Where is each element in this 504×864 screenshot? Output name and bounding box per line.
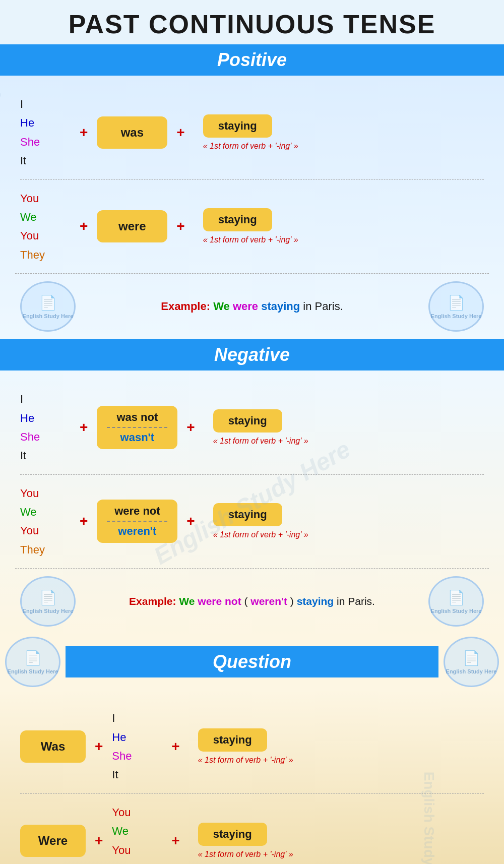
neg-plus-2: + (186, 419, 195, 436)
neg-ex-paren-open: ( (244, 595, 250, 607)
positive-row1: I He She It + was + staying « 1st form o… (15, 86, 489, 179)
positive-row2-right: staying « 1st form of verb + '-ing' » (203, 208, 484, 244)
neg-ex-we: We (179, 595, 198, 607)
positive-section: English Study Here English Study Here I … (0, 76, 504, 339)
negative-row2: You We You They + were not weren't + sta… (15, 475, 489, 569)
pronouns-you-we-they: You We You They (20, 189, 71, 265)
neg-ex-end: in Paris. (337, 595, 375, 607)
plus-sign-1: + (80, 125, 88, 141)
badge-right-positive: 📄 English Study Here (428, 281, 484, 332)
question-header-row: 📄 English Study Here Question 📄 English … (0, 634, 504, 690)
plus-sign-3: + (80, 218, 88, 234)
q-plus-4: + (171, 833, 179, 849)
negative-row2-right: staying « 1st form of verb + '-ing' » (213, 503, 484, 539)
page-title: PAST CONTINUOUS TENSE (0, 0, 504, 44)
neg-plus-3: + (80, 513, 88, 529)
were-box: were (97, 210, 167, 242)
negative-row1-right: staying « 1st form of verb + '-ing' » (213, 409, 484, 446)
negative-header: Negative (0, 339, 504, 371)
question-section: English Study Here Was + I He She It + s… (0, 690, 504, 864)
staying-box-1: staying (203, 114, 272, 138)
neg-ex-staying: staying (297, 595, 337, 607)
neg-staying-1: staying (213, 409, 282, 433)
neg-note-2: « 1st form of verb + '-ing' » (213, 530, 308, 539)
negative-row1: I He She It + was not wasn't + staying «… (15, 381, 489, 474)
neg-plus-4: + (186, 513, 195, 529)
werenot-box: were not weren't (97, 500, 177, 543)
positive-example-text: Example: We were staying in Paris. (76, 300, 428, 313)
badge-text-q-right: English Study Here (446, 668, 497, 674)
neg-example-label: Example: (129, 595, 176, 607)
negative-example-text: Example: We were not ( weren't ) staying… (76, 595, 428, 607)
watermark-left: English Study Here (0, 76, 1, 116)
question-row2: Were + You We You They + staying « 1st f… (15, 794, 489, 864)
badge-text-q-left: English Study Here (8, 668, 58, 674)
badge-text-neg-right: English Study Here (431, 608, 482, 614)
question-row2-right: staying « 1st form of verb + '-ing' » (198, 823, 484, 859)
neg-ex-werenot: were not (198, 595, 244, 607)
positive-example-row: 📄 English Study Here Example: We were st… (15, 273, 489, 339)
badge-left-neg: 📄 English Study Here (20, 576, 76, 627)
badge-text-left: English Study Here (23, 313, 74, 319)
q-pronouns-1: I He She It (112, 709, 162, 784)
q-plus-1: + (95, 738, 103, 755)
verb-note-1: « 1st form of verb + '-ing' » (203, 142, 298, 151)
positive-header: Positive (0, 44, 504, 76)
q-pronouns-2: You We You They (112, 803, 162, 864)
q-plus-3: + (95, 833, 103, 849)
q-note-2: « 1st form of verb + '-ing' » (198, 850, 293, 859)
example-were-pos: were (233, 300, 261, 313)
badge-icon-left: 📄 (39, 294, 57, 311)
wasnot-box: was not wasn't (97, 406, 177, 449)
badge-icon-q-right: 📄 (463, 650, 480, 666)
badge-icon-neg-right: 📄 (448, 589, 465, 606)
neg-pronouns-1: I He She It (20, 390, 71, 465)
was-box: was (97, 116, 167, 149)
neg-ex-paren-close: ) (290, 595, 297, 607)
was-q-box: Was (20, 730, 86, 763)
page: PAST CONTINUOUS TENSE Positive English S… (0, 0, 504, 864)
badge-text-right: English Study Here (431, 313, 482, 319)
badge-icon-neg-left: 📄 (39, 589, 57, 606)
plus-sign-2: + (176, 125, 184, 141)
neg-ex-werent: weren't (250, 595, 287, 607)
verb-divider-1 (107, 427, 167, 428)
plus-sign-4: + (176, 218, 184, 234)
question-header-wrapper: 📄 English Study Here Question 📄 English … (0, 634, 504, 690)
example-we-pos: We (213, 300, 233, 313)
wasnot-full: was not (107, 411, 167, 424)
were-q-box: Were (20, 825, 86, 857)
negative-example-row: 📄 English Study Here Example: We were no… (15, 568, 489, 634)
verb-note-2: « 1st form of verb + '-ing' » (203, 235, 298, 244)
positive-row1-right: staying « 1st form of verb + '-ing' » (203, 114, 484, 151)
question-row1-right: staying « 1st form of verb + '-ing' » (198, 728, 484, 765)
q-note-1: « 1st form of verb + '-ing' » (198, 756, 293, 765)
q-staying-2: staying (198, 823, 267, 846)
badge-right-neg: 📄 English Study Here (428, 576, 484, 627)
example-label-pos: Example: (161, 300, 210, 313)
q-plus-2: + (171, 738, 179, 755)
neg-plus-1: + (80, 419, 88, 436)
werenot-full: were not (107, 505, 167, 518)
verb-divider-2 (107, 521, 167, 522)
badge-left-positive: 📄 English Study Here (20, 281, 76, 332)
question-row1: Was + I He She It + staying « 1st form o… (15, 700, 489, 793)
neg-note-1: « 1st form of verb + '-ing' » (213, 437, 308, 446)
badge-icon-q-left: 📄 (24, 650, 42, 666)
werent-short: weren't (107, 525, 167, 538)
badge-left-q: 📄 English Study Here (5, 637, 60, 687)
neg-pronouns-2: You We You They (20, 484, 71, 560)
wasnt-short: wasn't (107, 431, 167, 444)
question-header: Question (66, 646, 438, 677)
example-staying-pos: staying (261, 300, 303, 313)
badge-right-q: 📄 English Study Here (444, 637, 499, 687)
negative-section: English Study Here I He She It + was not… (0, 371, 504, 634)
positive-row2: You We You They + were + staying « 1st f… (15, 180, 489, 274)
badge-icon-right: 📄 (448, 294, 465, 311)
staying-box-2: staying (203, 208, 272, 231)
neg-staying-2: staying (213, 503, 282, 526)
pronouns-i-he-she-it: I He She It (20, 95, 71, 170)
q-staying-1: staying (198, 728, 267, 752)
badge-text-neg-left: English Study Here (23, 608, 74, 614)
example-end-pos: in Paris. (303, 300, 343, 313)
